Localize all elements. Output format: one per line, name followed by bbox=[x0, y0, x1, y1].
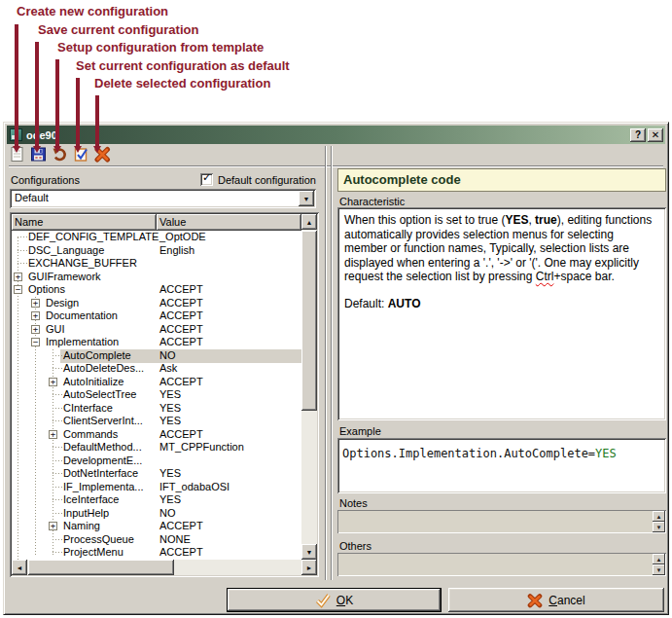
tree-connector bbox=[53, 513, 62, 514]
tree-row[interactable]: ProcessQueueNONE bbox=[12, 533, 301, 547]
tree-row[interactable]: AutoSelectTreeYES bbox=[12, 388, 301, 402]
tree-row[interactable]: +DocumentationACCEPT bbox=[12, 309, 301, 323]
tree-item-name[interactable]: GUI bbox=[46, 323, 65, 335]
tree-row[interactable]: +GUIFramework bbox=[12, 271, 301, 284]
text-segment: When this option is set to true ( bbox=[344, 213, 505, 227]
arrow-up-icon: ▲ bbox=[656, 514, 662, 520]
tree-row[interactable]: +NamingACCEPT bbox=[12, 520, 301, 533]
tree-item-name[interactable]: GUIFramework bbox=[28, 271, 101, 282]
tree-item-name[interactable]: IceInterface bbox=[63, 493, 119, 505]
others-field[interactable]: ▲ ▼ bbox=[337, 553, 666, 576]
tree-item-name[interactable]: Options bbox=[28, 283, 65, 295]
tree-item-name[interactable]: CInterface bbox=[63, 402, 113, 414]
scroll-up-button[interactable]: ▲ bbox=[301, 214, 317, 230]
tree-row[interactable]: +AutoInitializeACCEPT bbox=[12, 376, 301, 389]
tree-item-name[interactable]: Implementation bbox=[46, 336, 119, 347]
horizontal-scrollbar[interactable]: ◄ ► bbox=[12, 560, 317, 575]
tree-row[interactable]: IceInterfaceYES bbox=[12, 493, 301, 507]
vertical-scrollbar[interactable]: ▲ ▼ bbox=[301, 214, 317, 560]
tree-row[interactable]: InputHelpNO bbox=[12, 507, 301, 521]
tree-item-name[interactable]: AutoInitialize bbox=[63, 376, 124, 387]
column-header-value[interactable]: Value bbox=[157, 214, 301, 231]
tree-item-name[interactable]: InputHelp bbox=[63, 507, 109, 519]
tree-row[interactable]: −ImplementationACCEPT bbox=[12, 336, 301, 349]
tree-row[interactable]: IF_Implementa...IFT_odabaOSI bbox=[12, 481, 301, 494]
tree-item-value: ACCEPT bbox=[159, 323, 203, 335]
tree-row[interactable]: EXCHANGE_BUFFER bbox=[12, 257, 301, 271]
tree-item-name[interactable]: Documentation bbox=[46, 309, 118, 321]
chevron-down-icon: ▼ bbox=[303, 196, 310, 202]
spin-down-button[interactable]: ▼ bbox=[653, 564, 665, 575]
tree-row[interactable]: +GUIACCEPT bbox=[12, 323, 301, 337]
tree-item-name[interactable]: ProjectMenu bbox=[63, 546, 124, 558]
tree-connector bbox=[53, 420, 62, 421]
vertical-scroll-thumb[interactable] bbox=[301, 231, 317, 411]
collapse-minus-icon[interactable]: − bbox=[31, 338, 40, 346]
ok-button[interactable]: OK bbox=[227, 588, 442, 612]
checkmark-icon: ✓ bbox=[202, 171, 211, 184]
spin-up-button[interactable]: ▲ bbox=[653, 511, 665, 522]
notes-field[interactable]: ▲ ▼ bbox=[337, 510, 666, 533]
tree-row[interactable]: DevelopmentE... bbox=[12, 454, 301, 468]
expand-plus-icon[interactable]: + bbox=[49, 430, 57, 439]
annotation-setup-template: Setup configuration from template bbox=[57, 40, 264, 55]
tree-item-name[interactable]: DEF_CONFIG_TEMPLATE bbox=[28, 231, 159, 242]
cancel-button[interactable]: Cancel bbox=[448, 588, 664, 612]
configuration-select[interactable]: Default ▼ bbox=[10, 189, 316, 208]
tree-row[interactable]: AutoDeleteDes...Ask bbox=[12, 362, 301, 376]
expand-plus-icon[interactable]: + bbox=[14, 273, 22, 281]
tree-item-name[interactable]: Commands bbox=[63, 428, 118, 440]
tree-item-name[interactable]: Design bbox=[46, 297, 79, 309]
tree-row[interactable]: DefaultMethod...MT_CPPFunction bbox=[12, 441, 301, 454]
tree-item-name[interactable]: DevelopmentE... bbox=[63, 454, 142, 466]
tree-item-value: ACCEPT bbox=[159, 428, 203, 440]
close-button[interactable]: ✕ bbox=[648, 128, 663, 142]
tree-item-name[interactable]: Naming bbox=[63, 520, 100, 531]
tree-item-name[interactable]: DSC_Language bbox=[28, 244, 104, 256]
tree-item-name[interactable]: AutoDeleteDes... bbox=[63, 362, 144, 374]
expand-plus-icon[interactable]: + bbox=[49, 522, 57, 530]
scroll-left-button[interactable]: ◄ bbox=[12, 560, 27, 575]
arrow-left-icon: ◄ bbox=[17, 564, 23, 571]
text-segment: Ctrl bbox=[536, 270, 554, 283]
tree-item-name[interactable]: AutoSelectTree bbox=[63, 388, 136, 400]
title-bar[interactable]: ode90 ? ✕ bbox=[7, 126, 665, 144]
tree-row-selected[interactable]: AutoCompleteNO bbox=[12, 349, 301, 363]
scroll-right-button[interactable]: ► bbox=[301, 560, 317, 575]
tree-row[interactable]: ClientServerInt...YES bbox=[12, 415, 301, 428]
tree-row[interactable]: ProjectMenuACCEPT bbox=[12, 546, 301, 560]
tree-item-name[interactable]: IF_Implementa... bbox=[63, 481, 144, 492]
help-button[interactable]: ? bbox=[630, 128, 646, 142]
tree-row[interactable]: −OptionsACCEPT bbox=[12, 283, 301, 297]
annotation-arrow bbox=[15, 24, 18, 147]
tree-connector bbox=[53, 487, 62, 488]
tree-row[interactable]: DotNetInterfaceYES bbox=[12, 467, 301, 481]
others-label: Others bbox=[339, 540, 371, 552]
tree-row[interactable]: CInterfaceYES bbox=[12, 402, 301, 416]
spin-down-button[interactable]: ▼ bbox=[653, 522, 665, 532]
expand-plus-icon[interactable]: + bbox=[31, 325, 40, 334]
scroll-down-button[interactable]: ▼ bbox=[301, 544, 317, 560]
tree-item-value: ACCEPT bbox=[159, 283, 203, 295]
tree-row[interactable]: DEF_CONFIG_TEMPLATE_OptODE bbox=[12, 231, 301, 244]
combo-dropdown-button[interactable]: ▼ bbox=[299, 191, 314, 206]
expand-plus-icon[interactable]: + bbox=[49, 378, 57, 386]
tree-item-name[interactable]: ClientServerInt... bbox=[63, 415, 143, 426]
column-header-name[interactable]: Name bbox=[12, 214, 157, 231]
collapse-minus-icon[interactable]: − bbox=[14, 285, 22, 294]
tree-row[interactable]: DSC_LanguageEnglish bbox=[12, 244, 301, 258]
default-configuration-checkbox[interactable]: ✓ bbox=[200, 173, 213, 186]
tree-item-name[interactable]: DotNetInterface bbox=[63, 467, 138, 479]
expand-plus-icon[interactable]: + bbox=[31, 311, 40, 320]
horizontal-scroll-thumb[interactable] bbox=[28, 560, 174, 575]
text-segment: Default: bbox=[344, 297, 388, 310]
characteristic-text: When this option is set to true (YES, tr… bbox=[344, 213, 659, 284]
tree-row[interactable]: +CommandsACCEPT bbox=[12, 428, 301, 442]
tree-item-name[interactable]: ProcessQueue bbox=[63, 533, 134, 545]
spin-up-button[interactable]: ▲ bbox=[653, 554, 665, 564]
tree-item-name[interactable]: EXCHANGE_BUFFER bbox=[28, 257, 137, 269]
tree-row[interactable]: +DesignACCEPT bbox=[12, 297, 301, 310]
expand-plus-icon[interactable]: + bbox=[31, 299, 40, 308]
tree-item-name[interactable]: AutoComplete bbox=[63, 349, 131, 361]
tree-item-name[interactable]: DefaultMethod... bbox=[63, 441, 142, 453]
